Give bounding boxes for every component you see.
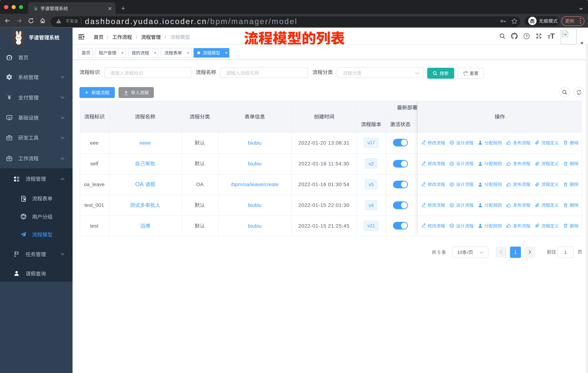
svg-text:?: ? <box>525 34 528 38</box>
svg-text:T: T <box>550 33 555 39</box>
svg-text:T: T <box>547 34 550 39</box>
svg-text:¥: ¥ <box>8 94 11 101</box>
